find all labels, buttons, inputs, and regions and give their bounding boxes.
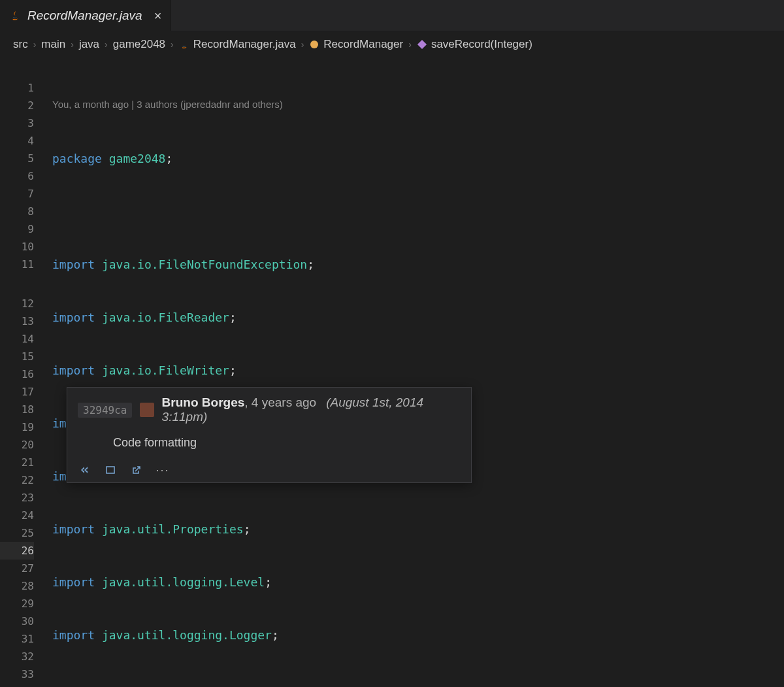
previous-change-icon[interactable]: [78, 464, 91, 476]
line-number: 27: [0, 560, 34, 577]
java-file-icon: [179, 39, 189, 50]
commit-relative-time: , 4 years ago: [244, 395, 316, 409]
chevron-right-icon: ›: [71, 39, 74, 50]
avatar: [140, 403, 154, 417]
breadcrumb-label: RecordManager.java: [193, 38, 296, 51]
breadcrumb-item[interactable]: RecordManager.java: [179, 38, 296, 51]
line-number: 11: [0, 256, 34, 273]
breadcrumb: src › main › java › game2048 › RecordMan…: [0, 31, 784, 58]
java-file-icon: [9, 10, 21, 22]
line-number: 6: [0, 167, 34, 185]
line-number: 26: [0, 542, 34, 560]
line-number: 19: [0, 418, 34, 436]
chevron-right-icon: ›: [105, 39, 108, 50]
line-number: 5: [0, 150, 34, 167]
line-number: 8: [0, 203, 34, 220]
svg-point-0: [310, 41, 318, 48]
tab-filename: RecordManager.java: [27, 8, 142, 23]
method-icon: [417, 39, 427, 50]
line-number: 28: [0, 577, 34, 595]
line-number: 21: [0, 454, 34, 471]
line-number: 10: [0, 238, 34, 256]
chevron-right-icon: ›: [408, 39, 412, 50]
open-commit-icon[interactable]: [104, 464, 117, 476]
editor-tab-active[interactable]: RecordManager.java ×: [0, 0, 171, 31]
close-icon[interactable]: ×: [154, 9, 162, 22]
code-editor[interactable]: 1 2 3 4 5 6 7 8 9 10 11 12 13 14 15 16 1…: [0, 58, 784, 687]
code-content[interactable]: You, a month ago | 3 authors (jperedadnr…: [52, 58, 784, 687]
line-number: 23: [0, 489, 34, 507]
line-number: 7: [0, 185, 34, 203]
line-number: 32: [0, 648, 34, 665]
line-number: 1: [0, 79, 34, 97]
commit-author: Bruno Borges: [162, 395, 245, 409]
breadcrumb-item[interactable]: main: [41, 38, 65, 51]
commit-sha[interactable]: 32949ca: [78, 403, 132, 418]
line-number: 16: [0, 365, 34, 383]
breadcrumb-item[interactable]: RecordManager: [309, 38, 403, 51]
blame-hover-popup: 32949ca Bruno Borges, 4 years ago (Augus…: [67, 387, 472, 483]
line-number: 15: [0, 348, 34, 365]
svg-rect-2: [106, 467, 114, 473]
line-number: 18: [0, 401, 34, 418]
line-number: 20: [0, 436, 34, 454]
line-number: 30: [0, 612, 34, 630]
line-number: 29: [0, 595, 34, 612]
breadcrumb-item[interactable]: saveRecord(Integer): [417, 38, 532, 51]
commit-message: Code formatting: [113, 436, 461, 450]
svg-rect-1: [417, 40, 427, 49]
breadcrumb-item[interactable]: java: [79, 38, 99, 51]
line-number: 3: [0, 114, 34, 132]
breadcrumb-item[interactable]: game2048: [113, 38, 165, 51]
line-number: 9: [0, 220, 34, 238]
line-number: 24: [0, 507, 34, 524]
breadcrumb-item[interactable]: src: [13, 38, 28, 51]
more-actions-icon[interactable]: ···: [156, 464, 169, 476]
line-number: 14: [0, 330, 34, 348]
breadcrumb-label: RecordManager: [323, 38, 403, 51]
chevron-right-icon: ›: [171, 39, 174, 50]
line-number: 13: [0, 312, 34, 330]
open-external-icon[interactable]: [130, 464, 143, 476]
line-number: 12: [0, 295, 34, 312]
chevron-right-icon: ›: [33, 39, 37, 50]
line-number: 25: [0, 524, 34, 542]
line-number: 17: [0, 383, 34, 401]
chevron-right-icon: ›: [301, 39, 304, 50]
codelens-annotation[interactable]: You, a month ago | 3 authors (jperedadnr…: [52, 93, 784, 114]
line-number: 31: [0, 630, 34, 648]
line-number: 33: [0, 665, 34, 683]
editor-tab-bar: RecordManager.java ×: [0, 0, 784, 31]
line-gutter: 1 2 3 4 5 6 7 8 9 10 11 12 13 14 15 16 1…: [0, 58, 52, 687]
line-number: 4: [0, 132, 34, 150]
line-number: 2: [0, 97, 34, 114]
line-number: 22: [0, 471, 34, 489]
breadcrumb-label: saveRecord(Integer): [431, 38, 532, 51]
class-icon: [309, 39, 319, 50]
